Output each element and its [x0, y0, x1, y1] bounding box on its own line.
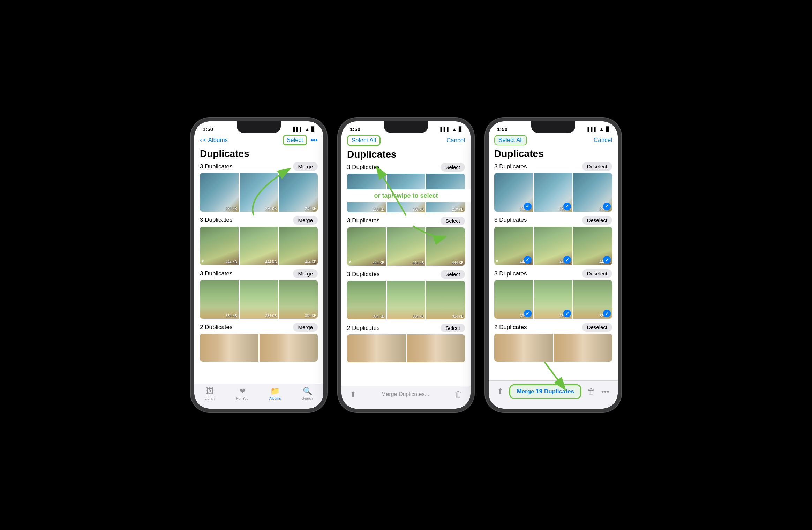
cancel-button[interactable]: Cancel [594, 137, 612, 144]
dup-group-1-header: 3 Duplicates Merge [200, 162, 318, 171]
dup-group-3-header: 3 Duplicates Merge [200, 269, 318, 278]
cancel-button[interactable]: Cancel [446, 137, 465, 144]
photo-cell[interactable] [407, 334, 465, 362]
photo-cell[interactable]: 334 KB [240, 280, 278, 319]
wifi-icon: ▲ [599, 127, 604, 132]
photo-cell[interactable]: 334 KB [387, 281, 426, 319]
battery-icon: ▊ [311, 127, 315, 132]
dup-count-1: 3 Duplicates [200, 163, 233, 170]
dup-group-4: 2 Duplicates Deselect [494, 323, 612, 362]
photo-cell[interactable]: 230 KB✓ [534, 173, 573, 212]
page-title: Duplicates [341, 149, 471, 163]
deselect-button-2[interactable]: Deselect [582, 216, 612, 225]
merge-button-4[interactable]: Merge [293, 323, 318, 332]
photo-size: 334 KB [413, 315, 424, 318]
photo-cell[interactable]: 230 KB✓ [573, 173, 612, 212]
scene: 1:50 ▌▌▌ ▲ ▊ ‹ < Albums Select ••• [177, 104, 635, 426]
select-group-button-3[interactable]: Select [441, 270, 465, 279]
tab-albums[interactable]: 📁 Albums [269, 387, 281, 400]
photo-cell[interactable]: ♥444 KB [347, 227, 386, 266]
tab-search-label: Search [302, 396, 313, 400]
heart-icon: ♥ [496, 259, 498, 264]
photo-cell[interactable]: 334 KB [200, 280, 239, 319]
photo-cell[interactable]: 444 KB [240, 227, 278, 265]
photo-cell[interactable]: ♥444 KB [200, 227, 239, 265]
photo-cell[interactable]: 334 KB✓ [534, 280, 573, 319]
select-group-button-4[interactable]: Select [441, 324, 465, 332]
for-you-icon: ❤ [239, 387, 246, 396]
photo-cell[interactable]: 334 KB [347, 281, 386, 319]
photo-cell[interactable]: 334 KB✓ [494, 280, 533, 319]
dup-group-4: 2 Duplicates Select [347, 324, 465, 362]
dup-count-3: 3 Duplicates [347, 271, 380, 278]
photo-grid-4 [494, 334, 612, 362]
notch [237, 121, 281, 133]
back-button[interactable]: ‹ < Albums [200, 137, 228, 144]
photo-cell[interactable]: 444 KB [279, 227, 318, 265]
trash-button[interactable]: 🗑 [454, 390, 462, 399]
photo-size: 334 KB [265, 314, 277, 318]
select-all-button[interactable]: Select All [347, 135, 381, 146]
tab-for-you[interactable]: ❤ For You [236, 387, 248, 400]
photo-size: 230 KB [413, 207, 424, 211]
deselect-button-3[interactable]: Deselect [582, 269, 612, 278]
dup-group-3-header: 3 Duplicates Select [347, 270, 465, 279]
deselect-button-4[interactable]: Deselect [582, 323, 612, 332]
photo-cell[interactable] [347, 334, 406, 362]
dup-group-1: 3 Duplicates Deselect 230 KB✓ 230 KB✓ 23… [494, 162, 612, 212]
trash-button[interactable]: 🗑 [587, 387, 595, 396]
select-group-button-2[interactable]: Select [441, 217, 465, 225]
share-button[interactable]: ⬆ [350, 390, 356, 399]
merge-button-2[interactable]: Merge [293, 216, 318, 225]
photo-grid-1: 230 KB 230 KB 230 KB [200, 173, 318, 212]
photo-cell[interactable]: 230 KB✓ [494, 173, 533, 212]
tab-search[interactable]: 🔍 Search [302, 387, 313, 400]
phone2: 1:50 ▌▌▌ ▲ ▊ Select All Cancel Duplicate… [338, 118, 474, 412]
photo-cell[interactable]: 444 KB✓ [534, 227, 573, 265]
deselect-button-1[interactable]: Deselect [582, 162, 612, 171]
share-button[interactable]: ⬆ [497, 387, 503, 396]
merge-toolbar: ⬆ Merge 19 Duplicates 🗑 ••• [489, 380, 618, 409]
dup-group-2-header: 3 Duplicates Deselect [494, 216, 612, 225]
dup-group-1-header: 3 Duplicates Select [347, 163, 465, 172]
page-title: Duplicates [489, 148, 618, 162]
photo-cell[interactable]: 230 KB [240, 173, 278, 212]
photo-cell[interactable]: 334 KB✓ [573, 280, 612, 319]
photo-cell[interactable] [200, 334, 258, 362]
merge-button-1[interactable]: Merge [293, 162, 318, 171]
merge-19-button[interactable]: Merge 19 Duplicates [509, 384, 581, 399]
merge-button-3[interactable]: Merge [293, 269, 318, 278]
status-icons: ▌▌▌ ▲ ▊ [587, 127, 609, 132]
photo-cell[interactable]: 334 KB [426, 281, 465, 319]
photo-grid-3: 334 KB✓ 334 KB✓ 334 KB✓ [494, 280, 612, 319]
select-all-button[interactable]: Select All [494, 135, 527, 145]
dup-group-3-header: 3 Duplicates Deselect [494, 269, 612, 278]
dup-count-3: 3 Duplicates [494, 270, 527, 277]
photo-cell[interactable]: ♥444 KB✓ [494, 227, 533, 265]
library-icon: 🖼 [206, 387, 214, 396]
more-options-button[interactable]: ••• [310, 136, 318, 144]
notch [384, 121, 428, 133]
photo-cell[interactable]: 334 KB [279, 280, 318, 319]
photo-cell[interactable] [260, 334, 318, 362]
tab-library[interactable]: 🖼 Library [205, 387, 216, 400]
photo-cell[interactable] [494, 334, 553, 362]
photo-cell[interactable] [554, 334, 612, 362]
merge-toolbar: ⬆ Merge Duplicates... 🗑 [341, 386, 471, 409]
merge-duplicates-button[interactable]: Merge Duplicates... [381, 391, 429, 397]
select-button[interactable]: Select [283, 135, 307, 145]
photo-grid-1: 230 KB✓ 230 KB✓ 230 KB✓ [494, 173, 612, 212]
photo-cell[interactable]: 444 KB [426, 227, 465, 266]
photo-cell[interactable]: 444 KB [387, 227, 426, 266]
dup-group-4-header: 2 Duplicates Select [347, 324, 465, 332]
more-button[interactable]: ••• [601, 387, 609, 396]
select-group-button-1[interactable]: Select [441, 163, 465, 172]
nav-bar: ‹ < Albums Select ••• [194, 134, 323, 148]
tab-albums-label: Albums [269, 396, 281, 400]
photo-cell[interactable]: 444 KB✓ [573, 227, 612, 265]
photo-size: 444 KB [305, 260, 316, 264]
phone2-wrapper: 1:50 ▌▌▌ ▲ ▊ Select All Cancel Duplicate… [338, 118, 474, 412]
status-time: 1:50 [350, 126, 360, 132]
photo-cell[interactable]: 230 KB [200, 173, 239, 212]
photo-cell[interactable]: 230 KB [279, 173, 318, 212]
